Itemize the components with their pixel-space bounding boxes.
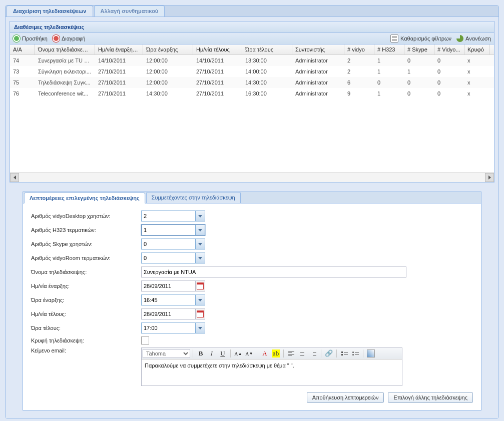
grid-h-scrollbar[interactable] [10, 172, 494, 182]
clear-filters-label: Καθαρισμός φίλτρων [400, 36, 451, 42]
scroll-right-button[interactable] [485, 173, 494, 182]
save-details-button[interactable]: Αποθήκευση λεπτομερειών [307, 392, 384, 403]
link-button[interactable]: 🔗 [324, 349, 334, 358]
table-row[interactable]: 73Σύγκληση εκλεκτορι...27/10/201112:00:0… [10, 66, 494, 77]
chevron-down-icon [198, 229, 202, 232]
align-center-button[interactable] [297, 349, 307, 358]
combo-trigger[interactable] [195, 225, 205, 235]
col-end-time[interactable]: Ώρα τέλους [242, 44, 292, 54]
chevron-down-icon [198, 257, 202, 260]
skype-combo[interactable] [141, 238, 205, 250]
cell-sk: 0 [404, 90, 434, 98]
label-h323: Αριθμός H323 τερματικών: [31, 227, 141, 233]
add-button[interactable]: Προσθήκη [13, 35, 48, 42]
delete-button[interactable]: Διαγραφή [53, 35, 86, 42]
combo-trigger[interactable] [195, 323, 205, 333]
tab-details[interactable]: Λεπτομέρειες επιλεγμένης τηλεδιάσκεψης [24, 192, 145, 204]
label-start-time: Ώρα έναρξης: [31, 297, 141, 303]
table-row[interactable]: 75Τηλεδιάσκεψη Συγκ...27/10/201112:00:00… [10, 77, 494, 88]
combo-trigger[interactable] [195, 211, 205, 221]
h323-input[interactable] [142, 225, 195, 235]
cell-h3: 1 [374, 68, 404, 76]
clear-filters-button[interactable]: Καθαρισμός φίλτρων [390, 34, 451, 42]
fore-color-button[interactable]: A [260, 349, 270, 358]
end-date-field[interactable] [141, 308, 205, 320]
cell-aa: 75 [10, 78, 35, 86]
col-vidyoroom[interactable]: # Vidyo... [434, 44, 464, 54]
email-body[interactable]: Παρακαλούμε να συμμετέχετε στην τηλεδιάσ… [142, 360, 402, 386]
arrow-left-icon [14, 176, 16, 180]
col-vidyo[interactable]: # vidyo [344, 44, 374, 54]
label-vidyoroom: Αριθμός vidyoRoom τερματικών: [31, 255, 141, 261]
col-skype[interactable]: # Skype [404, 44, 434, 54]
cell-sk: 1 [404, 68, 434, 76]
end-time-input[interactable] [142, 323, 195, 333]
cell-name: Τηλεδιάσκεψη Συγκ... [35, 78, 95, 86]
font-select[interactable]: Tahoma [143, 349, 190, 358]
chevron-down-icon [198, 215, 202, 218]
cell-vr: 0 [434, 68, 464, 76]
col-hidden[interactable]: Κρυφό [464, 44, 489, 54]
cell-hid: x [464, 90, 489, 98]
col-name[interactable]: Όνομα τηλεδιάσκεψης [35, 44, 95, 54]
table-row[interactable]: 76Teleconference wit...27/10/201114:30:0… [10, 88, 494, 99]
underline-button[interactable]: U [218, 349, 228, 358]
skype-input[interactable] [142, 239, 195, 249]
vidyoroom-combo[interactable] [141, 252, 205, 264]
cell-vi: 2 [344, 68, 374, 76]
tab-change-password[interactable]: Αλλαγή συνθηματικού [94, 6, 165, 16]
end-date-input[interactable] [142, 309, 195, 319]
end-time-combo[interactable] [141, 322, 205, 334]
bold-button[interactable]: B [196, 349, 206, 358]
vidyo-desktop-input[interactable] [142, 211, 195, 221]
unordered-list-button[interactable] [350, 349, 360, 358]
scroll-left-button[interactable] [10, 173, 19, 182]
back-color-button[interactable]: ab [271, 349, 281, 358]
col-coordinator[interactable]: Συντονιστής [292, 44, 344, 54]
toolbar-separator [230, 350, 231, 358]
col-start-date[interactable]: Ημ/νία έναρξης [95, 44, 143, 54]
refresh-button[interactable]: Ανανέωση [456, 35, 491, 42]
pick-other-conf-button[interactable]: Επιλογή άλλης τηλεδιάσκεψης [388, 392, 473, 403]
conferences-grid: Διαθέσιμες τηλεδιασκέψεις Προσθήκη Διαγρ… [10, 21, 494, 182]
vidyo-desktop-combo[interactable] [141, 210, 205, 222]
col-end-date[interactable]: Ημ/νία τέλους [193, 44, 242, 54]
cell-name: Teleconference wit... [35, 90, 95, 98]
label-conf-name: Όνομα τηλεδιάσκεψης: [31, 269, 141, 275]
italic-button[interactable]: I [207, 349, 217, 358]
col-start-time[interactable]: Ώρα έναρξης [143, 44, 193, 54]
align-left-button[interactable] [286, 349, 296, 358]
combo-trigger[interactable] [195, 295, 205, 305]
h323-combo[interactable] [141, 224, 205, 236]
start-time-combo[interactable] [141, 294, 205, 306]
vidyoroom-input[interactable] [142, 253, 195, 263]
start-time-input[interactable] [142, 295, 195, 305]
calendar-trigger[interactable] [195, 309, 205, 319]
cell-sk: 0 [404, 56, 434, 64]
arrow-right-icon [488, 176, 491, 180]
cell-ed: 14/10/2011 [193, 56, 242, 64]
grow-font-button[interactable]: A▲ [233, 349, 243, 358]
source-edit-button[interactable] [366, 349, 376, 358]
combo-trigger[interactable] [195, 253, 205, 263]
detail-form: Αριθμός vidyoDesktop χρηστών: Αριθμός H3… [23, 204, 481, 410]
cell-h3: 0 [374, 78, 404, 86]
scroll-track[interactable] [19, 173, 485, 182]
cell-aa: 76 [10, 90, 35, 98]
toolbar-separator [321, 350, 321, 358]
shrink-font-button[interactable]: A▼ [244, 349, 254, 358]
table-row[interactable]: 74Συνεργασία με TU B...14/10/201112:00:0… [10, 55, 494, 66]
cell-vr: 0 [434, 78, 464, 86]
align-right-button[interactable] [308, 349, 318, 358]
tab-participants[interactable]: Συμμετέχοντες στην τηλεδιάσκεψη [146, 192, 241, 203]
start-date-field[interactable] [141, 280, 205, 292]
ordered-list-button[interactable] [339, 349, 349, 358]
tab-teleconf-mgmt[interactable]: Διαχείριση τηλεδιασκέψεων [7, 6, 93, 16]
col-h323[interactable]: # H323 [374, 44, 404, 54]
col-aa[interactable]: Α/Α [10, 44, 35, 54]
conf-name-input[interactable] [141, 266, 406, 278]
start-date-input[interactable] [142, 281, 195, 291]
hidden-checkbox[interactable] [141, 336, 149, 344]
combo-trigger[interactable] [195, 239, 205, 249]
calendar-trigger[interactable] [195, 281, 205, 291]
